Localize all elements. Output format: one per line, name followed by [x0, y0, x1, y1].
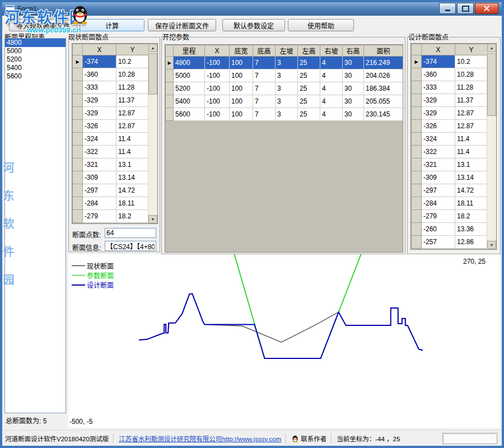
grid-cell[interactable]: 12.86 — [455, 236, 487, 249]
row-selector-cell[interactable] — [73, 171, 83, 184]
grid-cell[interactable]: 25 — [298, 57, 320, 69]
row-selector-cell[interactable] — [412, 210, 422, 223]
grid-cell[interactable]: 4 — [320, 69, 343, 82]
scrollbar-thumb[interactable] — [148, 53, 157, 95]
grid-cell[interactable]: 12.87 — [455, 107, 487, 120]
grid-cell[interactable]: -309 — [422, 171, 455, 184]
grid-cell[interactable]: 13.1 — [455, 158, 487, 171]
row-selector-cell[interactable] — [166, 82, 174, 95]
table-row[interactable]: -32113.1 — [73, 158, 148, 171]
grid-cell[interactable]: 100 — [230, 82, 253, 95]
grid-cell[interactable]: 100 — [230, 108, 253, 121]
table-row[interactable]: 5000-1001007325430204.026 — [166, 69, 403, 82]
current-grid-scrollbar[interactable]: ▲ ▼ — [148, 44, 157, 223]
grid-cell[interactable]: 11.4 — [116, 146, 148, 158]
grid-cell[interactable]: 18.11 — [116, 197, 148, 210]
grid-cell[interactable]: -360 — [83, 68, 116, 81]
grid-cell[interactable]: 7 — [253, 95, 276, 108]
row-selector-cell[interactable] — [73, 81, 83, 94]
grid-cell[interactable]: -260 — [422, 223, 455, 236]
grid-header-cell[interactable]: X — [205, 45, 230, 57]
close-button[interactable] — [475, 3, 498, 14]
table-row[interactable]: -32612.87 — [73, 120, 148, 133]
grid-cell[interactable]: 5600 — [174, 108, 205, 121]
grid-cell[interactable]: 11.4 — [455, 133, 487, 146]
save-design-section-file-button[interactable]: 保存设计断面文件 — [148, 19, 216, 31]
grid-cell[interactable]: 100 — [230, 95, 253, 108]
grid-cell[interactable]: 3 — [276, 82, 298, 95]
table-row[interactable]: ▶-37410.2 — [412, 55, 487, 68]
grid-cell[interactable]: -333 — [83, 81, 116, 94]
grid-cell[interactable]: -284 — [422, 197, 455, 210]
grid-cell[interactable]: 13.14 — [116, 171, 148, 184]
grid-cell[interactable]: 12.87 — [116, 107, 148, 120]
row-selector-cell[interactable] — [412, 223, 422, 236]
grid-cell[interactable]: -100 — [205, 57, 230, 69]
grid-header-cell[interactable]: X — [422, 44, 455, 55]
grid-cell[interactable]: -329 — [83, 107, 116, 120]
grid-cell[interactable]: 7 — [253, 82, 276, 95]
grid-cell[interactable]: -324 — [422, 133, 455, 146]
grid-cell[interactable]: 18.11 — [455, 197, 487, 210]
excavation-params-grid[interactable]: 里程X底宽底高左坡左高右坡右高面积▶4800-1001007325430216.… — [165, 44, 403, 253]
grid-cell[interactable]: 30 — [343, 82, 364, 95]
grid-cell[interactable]: 100 — [230, 57, 253, 69]
grid-cell[interactable]: 12.87 — [455, 120, 487, 133]
grid-header-cell[interactable]: Y — [116, 44, 148, 55]
mileage-listbox[interactable]: 48005000520054005600 — [4, 38, 66, 413]
table-row[interactable]: -32113.1 — [412, 158, 487, 171]
grid-cell[interactable]: -322 — [83, 146, 116, 158]
row-selector-cell[interactable] — [412, 133, 422, 146]
grid-cell[interactable]: -329 — [422, 94, 455, 107]
table-row[interactable]: -27918.2 — [412, 210, 487, 223]
grid-cell[interactable]: 14.72 — [455, 184, 487, 197]
point-count-input[interactable] — [105, 228, 156, 238]
table-row[interactable]: -32411.4 — [412, 133, 487, 146]
grid-cell[interactable]: 4800 — [174, 57, 205, 69]
table-row[interactable]: ▶-37410.2 — [73, 55, 148, 68]
table-row[interactable]: -25712.86 — [412, 236, 487, 249]
table-row[interactable]: -32912.87 — [412, 107, 487, 120]
table-row[interactable]: -32612.87 — [412, 120, 487, 133]
calculate-button[interactable]: 计算 — [80, 19, 144, 31]
grid-cell[interactable]: 7 — [253, 69, 276, 82]
row-selector-cell[interactable] — [166, 95, 174, 108]
grid-header-cell[interactable]: 右坡 — [320, 45, 343, 57]
row-selector-cell[interactable] — [73, 197, 83, 210]
grid-cell[interactable]: -326 — [422, 120, 455, 133]
grid-cell[interactable]: 3 — [276, 69, 298, 82]
scrollbar-track[interactable] — [487, 52, 496, 241]
grid-cell[interactable]: 10.2 — [116, 55, 148, 68]
scrollbar-up-button[interactable]: ▲ — [148, 44, 157, 52]
grid-cell[interactable]: -100 — [205, 108, 230, 121]
mileage-list-item[interactable]: 5400 — [5, 64, 66, 72]
table-row[interactable]: 5400-1001007325430205.055 — [166, 95, 403, 108]
grid-cell[interactable]: 11.28 — [116, 81, 148, 94]
table-row[interactable]: -30913.14 — [73, 171, 148, 184]
grid-cell[interactable]: -322 — [422, 146, 455, 158]
grid-header-cell[interactable]: 里程 — [174, 45, 205, 57]
row-selector-cell[interactable] — [412, 158, 422, 171]
grid-cell[interactable]: 12.87 — [116, 120, 148, 133]
grid-cell[interactable]: -374 — [83, 55, 116, 68]
grid-cell[interactable]: 230.145 — [364, 108, 403, 121]
title-bar[interactable]: Form1 — [2, 2, 502, 16]
help-button[interactable]: 使用帮助 — [288, 19, 354, 31]
row-selector-cell[interactable] — [412, 68, 422, 81]
table-row[interactable]: -36010.28 — [412, 68, 487, 81]
grid-cell[interactable]: -360 — [422, 68, 455, 81]
grid-cell[interactable]: -324 — [83, 133, 116, 146]
grid-cell[interactable]: 30 — [343, 95, 364, 108]
grid-cell[interactable]: 13.36 — [455, 223, 487, 236]
scrollbar-thumb[interactable] — [487, 53, 496, 116]
grid-cell[interactable]: 25 — [298, 108, 320, 121]
table-row[interactable]: -33311.28 — [73, 81, 148, 94]
table-row[interactable]: -32211.4 — [73, 146, 148, 158]
grid-cell[interactable]: 3 — [276, 108, 298, 121]
current-section-grid[interactable]: XY▶-37410.2-36010.28-33311.28-32911.37-3… — [72, 43, 158, 224]
table-row[interactable]: -26013.36 — [412, 223, 487, 236]
grid-header-cell[interactable]: 左高 — [298, 45, 320, 57]
grid-cell[interactable]: 14.72 — [116, 184, 148, 197]
row-selector-cell[interactable] — [412, 171, 422, 184]
grid-cell[interactable]: 13.1 — [116, 158, 148, 171]
